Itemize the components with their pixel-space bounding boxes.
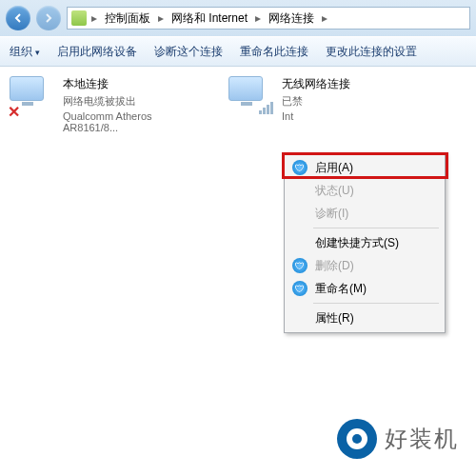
logo-icon xyxy=(337,419,377,459)
connection-title: 无线网络连接 xyxy=(282,76,350,92)
shield-icon: 🛡 xyxy=(292,160,307,175)
menu-label: 创建快捷方式(S) xyxy=(315,235,399,251)
menu-label: 诊断(I) xyxy=(315,206,348,222)
menu-item-shortcut[interactable]: 创建快捷方式(S) xyxy=(287,231,443,254)
menu-item-delete: 🛡 删除(D) xyxy=(287,254,443,277)
menu-item-properties[interactable]: 属性(R) xyxy=(287,307,443,329)
menu-label: 属性(R) xyxy=(315,310,354,327)
back-button[interactable] xyxy=(6,6,30,30)
enable-device-button[interactable]: 启用此网络设备 xyxy=(57,44,137,60)
menu-label: 删除(D) xyxy=(315,258,354,274)
chevron-icon: ▸ xyxy=(252,11,264,25)
menu-label: 状态(U) xyxy=(315,183,354,199)
toolbar: 组织 启用此网络设备 诊断这个连接 重命名此连接 更改此连接的设置 xyxy=(0,36,476,67)
connection-status: 网络电缆被拔出 xyxy=(63,94,209,109)
diagnose-button[interactable]: 诊断这个连接 xyxy=(154,44,223,60)
breadcrumb-item[interactable]: 网络和 Internet xyxy=(169,10,250,27)
watermark-text: 好装机 xyxy=(385,424,459,454)
menu-item-enable[interactable]: 🛡 启用(A) xyxy=(287,156,443,179)
content-area: ✕ 本地连接 网络电缆被拔出 Qualcomm Atheros AR8161/8… xyxy=(0,67,476,428)
organize-menu[interactable]: 组织 xyxy=(10,44,40,60)
panel-icon xyxy=(71,10,87,26)
signal-bars-icon xyxy=(259,101,274,114)
context-menu: 🛡 启用(A) 状态(U) 诊断(I) 创建快捷方式(S) 🛡 删除(D) 🛡 … xyxy=(284,152,446,333)
shield-icon: 🛡 xyxy=(292,281,307,296)
change-settings-button[interactable]: 更改此连接的设置 xyxy=(326,44,417,60)
connection-adapter: Int xyxy=(282,110,350,122)
wifi-icon xyxy=(228,76,274,114)
menu-item-rename[interactable]: 🛡 重命名(M) xyxy=(287,277,443,300)
connection-status: 已禁 xyxy=(282,94,350,109)
menu-label: 启用(A) xyxy=(315,160,353,176)
title-bar: ▸ 控制面板 ▸ 网络和 Internet ▸ 网络连接 ▸ xyxy=(0,0,476,36)
breadcrumb[interactable]: ▸ 控制面板 ▸ 网络和 Internet ▸ 网络连接 ▸ xyxy=(67,7,470,30)
connection-adapter: Qualcomm Atheros AR8161/8... xyxy=(63,110,209,133)
connection-title: 本地连接 xyxy=(63,76,209,92)
chevron-icon: ▸ xyxy=(155,11,167,25)
menu-separator xyxy=(313,228,439,228)
breadcrumb-item[interactable]: 网络连接 xyxy=(266,10,317,27)
connection-item-local[interactable]: ✕ 本地连接 网络电缆被拔出 Qualcomm Atheros AR8161/8… xyxy=(10,76,209,419)
menu-item-diagnose: 诊断(I) xyxy=(287,202,443,225)
menu-separator xyxy=(313,303,439,304)
chevron-icon: ▸ xyxy=(319,11,330,25)
forward-button[interactable] xyxy=(36,6,61,30)
breadcrumb-item[interactable]: 控制面板 xyxy=(102,10,153,27)
chevron-icon: ▸ xyxy=(89,11,100,25)
menu-item-status: 状态(U) xyxy=(287,179,443,202)
watermark: 好装机 xyxy=(337,419,459,459)
disconnected-icon: ✕ xyxy=(8,103,23,118)
shield-icon: 🛡 xyxy=(292,258,307,273)
ethernet-icon: ✕ xyxy=(10,76,55,114)
rename-button[interactable]: 重命名此连接 xyxy=(240,44,308,60)
menu-label: 重命名(M) xyxy=(315,281,367,297)
